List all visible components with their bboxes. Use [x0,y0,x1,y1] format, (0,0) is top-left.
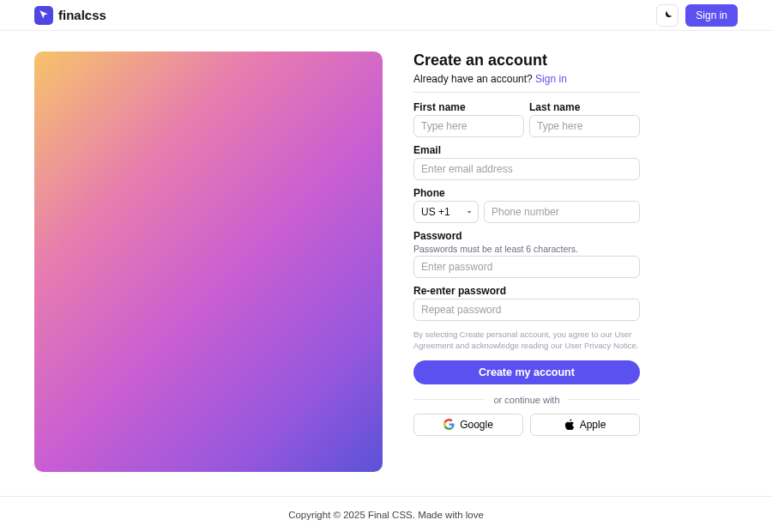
brand-logo [34,6,53,25]
email-label: Email [413,144,640,156]
first-name-label: First name [413,101,524,113]
main-content: Create an account Already have an accoun… [0,31,772,496]
password-input[interactable] [413,256,640,278]
google-button-label: Google [460,419,493,431]
page-footer: Copyright © 2025 Final CSS. Made with lo… [0,496,772,532]
footer-text: Copyright © 2025 Final CSS. Made with lo… [288,510,484,520]
google-signin-button[interactable]: Google [413,414,523,436]
password-confirm-label: Re-enter password [413,285,640,297]
oauth-divider-label: or continue with [493,395,559,405]
email-input[interactable] [413,158,640,180]
page-title: Create an account [413,51,640,70]
title-divider [413,92,640,93]
phone-input[interactable] [484,201,640,223]
header-actions: Sign in [656,4,738,27]
brand-group: finalcss [34,6,106,25]
header-signin-button[interactable]: Sign in [685,4,738,27]
oauth-buttons: Google Apple [413,414,640,436]
apple-signin-button[interactable]: Apple [530,414,640,436]
signin-link[interactable]: Sign in [535,73,567,85]
signin-prompt-text: Already have an account? [413,73,535,85]
phone-label: Phone [413,187,640,199]
signin-prompt: Already have an account? Sign in [413,73,640,85]
first-name-input[interactable] [413,115,524,137]
create-account-button[interactable]: Create my account [413,360,640,384]
brand-name: finalcss [58,8,106,22]
apple-icon [564,419,575,431]
terms-text: By selecting Create personal account, yo… [413,329,640,352]
oauth-divider: or continue with [413,395,640,405]
last-name-input[interactable] [529,115,640,137]
decorative-gradient-panel [34,51,383,472]
signup-form: Create an account Already have an accoun… [413,51,640,475]
password-confirm-input[interactable] [413,299,640,321]
google-icon [443,419,455,430]
moon-icon [661,9,673,21]
cursor-icon [38,9,50,21]
theme-toggle-button[interactable] [656,4,679,27]
last-name-label: Last name [529,101,640,113]
page-header: finalcss Sign in [0,0,772,31]
apple-button-label: Apple [580,419,606,431]
password-helper: Passwords must be at least 6 characters. [413,244,640,254]
password-label: Password [413,230,640,242]
country-code-select[interactable]: US +1 [413,201,479,223]
